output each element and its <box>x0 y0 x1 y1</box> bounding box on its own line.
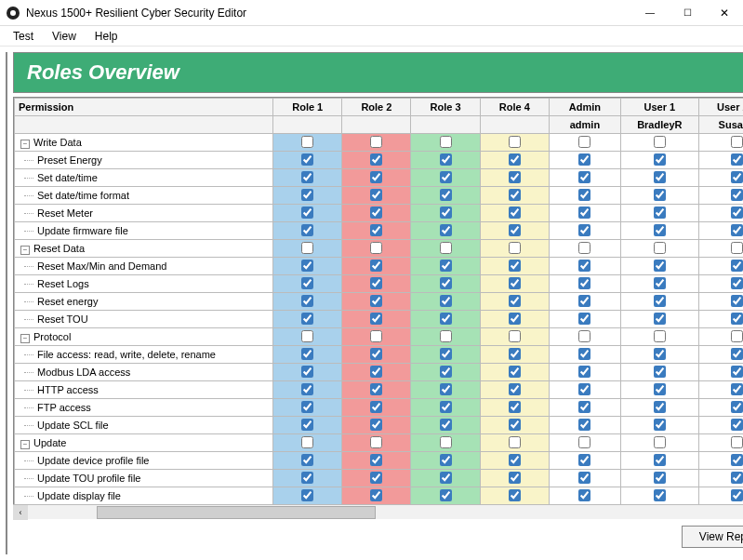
tree-item[interactable]: User 1 - BradleyR <box>7 87 7 103</box>
tree-item[interactable]: User 3 - <box>7 120 7 137</box>
permission-checkbox[interactable] <box>578 436 590 448</box>
permission-checkbox[interactable] <box>301 313 313 325</box>
permission-checkbox[interactable] <box>301 472 313 484</box>
permission-checkbox[interactable] <box>370 171 382 183</box>
tree-group[interactable]: −View Roles <box>7 254 7 271</box>
permission-checkbox[interactable] <box>731 207 743 219</box>
permission-checkbox[interactable] <box>301 153 313 166</box>
permission-checkbox[interactable] <box>578 454 590 466</box>
permission-checkbox[interactable] <box>301 366 313 378</box>
permission-checkbox[interactable] <box>509 260 521 272</box>
column-header[interactable]: Role 2 <box>342 99 411 116</box>
tree-item[interactable]: User 5 - <box>7 153 7 170</box>
tree-item[interactable]: User 4 - <box>7 137 7 153</box>
permission-checkbox[interactable] <box>509 472 521 484</box>
close-button[interactable]: ✕ <box>706 0 743 26</box>
permission-checkbox[interactable] <box>578 260 590 272</box>
permission-checkbox[interactable] <box>509 136 521 148</box>
permission-checkbox[interactable] <box>578 189 590 201</box>
permission-checkbox[interactable] <box>731 330 743 342</box>
permission-checkbox[interactable] <box>731 153 743 166</box>
permission-checkbox[interactable] <box>440 472 452 484</box>
permission-checkbox[interactable] <box>370 277 382 289</box>
permission-checkbox[interactable] <box>578 401 590 413</box>
permission-checkbox[interactable] <box>509 366 521 378</box>
permission-checkbox[interactable] <box>578 136 590 148</box>
permission-checkbox[interactable] <box>578 207 590 219</box>
permission-checkbox[interactable] <box>440 419 452 431</box>
permission-checkbox[interactable] <box>731 136 743 148</box>
permission-checkbox[interactable] <box>370 401 382 413</box>
tree-group[interactable]: −Security Actions <box>7 405 7 421</box>
tree-item[interactable]: Role 5 <box>7 338 7 354</box>
permission-checkbox[interactable] <box>440 207 452 219</box>
permission-checkbox[interactable] <box>654 224 666 236</box>
collapse-icon[interactable]: − <box>20 246 30 255</box>
scroll-thumb[interactable] <box>97 506 376 519</box>
permission-checkbox[interactable] <box>731 472 743 484</box>
column-header[interactable]: User 2▲ <box>698 99 743 116</box>
permission-checkbox[interactable] <box>654 366 666 378</box>
permission-checkbox[interactable] <box>370 224 382 236</box>
permission-checkbox[interactable] <box>731 401 743 413</box>
permission-checkbox[interactable] <box>370 330 382 342</box>
permission-checkbox[interactable] <box>654 136 666 148</box>
permission-checkbox[interactable] <box>301 171 313 183</box>
tree-group[interactable]: −Configure Users <box>7 53 7 70</box>
permission-checkbox[interactable] <box>578 242 590 254</box>
permission-checkbox[interactable] <box>509 419 521 431</box>
column-header[interactable]: User 1 <box>621 99 698 116</box>
permission-checkbox[interactable] <box>578 313 590 325</box>
permission-checkbox[interactable] <box>440 383 452 395</box>
permission-checkbox[interactable] <box>509 489 521 501</box>
tree-item[interactable]: User 9 - <box>7 220 7 237</box>
permission-checkbox[interactable] <box>440 436 452 448</box>
permission-checkbox[interactable] <box>440 454 452 466</box>
tree-item[interactable]: User 2 - SusanP <box>7 103 7 120</box>
tree-item[interactable]: User 7 - <box>7 187 7 204</box>
permission-checkbox[interactable] <box>509 313 521 325</box>
permission-checkbox[interactable] <box>509 242 521 254</box>
permission-checkbox[interactable] <box>654 313 666 325</box>
permission-checkbox[interactable] <box>578 419 590 431</box>
view-report-button[interactable]: View Report <box>682 526 743 548</box>
tree-item[interactable]: Role 4 <box>7 321 7 338</box>
permission-checkbox[interactable] <box>440 153 452 166</box>
permission-checkbox[interactable] <box>509 401 521 413</box>
permission-checkbox[interactable] <box>301 277 313 289</box>
permission-checkbox[interactable] <box>731 313 743 325</box>
permission-checkbox[interactable] <box>301 401 313 413</box>
column-header[interactable]: Permission <box>15 99 273 116</box>
menu-help[interactable]: Help <box>86 28 127 45</box>
tree-item[interactable]: Role 3 <box>7 304 7 321</box>
tree-panel[interactable]: −Configure UsersAdminUser 1 - BradleyRUs… <box>6 52 7 554</box>
permission-checkbox[interactable] <box>301 207 313 219</box>
permission-checkbox[interactable] <box>301 436 313 448</box>
permission-checkbox[interactable] <box>654 330 666 342</box>
permission-checkbox[interactable] <box>301 330 313 342</box>
collapse-icon[interactable]: − <box>20 140 30 149</box>
permission-checkbox[interactable] <box>654 171 666 183</box>
permission-checkbox[interactable] <box>509 454 521 466</box>
permission-checkbox[interactable] <box>440 260 452 272</box>
horizontal-scrollbar[interactable]: ‹ › <box>13 504 743 519</box>
tree-item[interactable]: Enable Security Lock <box>7 438 7 455</box>
permission-checkbox[interactable] <box>654 472 666 484</box>
tree-item[interactable]: Admin <box>7 70 7 87</box>
permission-checkbox[interactable] <box>440 242 452 254</box>
permission-checkbox[interactable] <box>654 242 666 254</box>
permission-checkbox[interactable] <box>654 207 666 219</box>
permission-checkbox[interactable] <box>509 277 521 289</box>
permission-checkbox[interactable] <box>509 330 521 342</box>
permission-checkbox[interactable] <box>440 348 452 360</box>
permission-checkbox[interactable] <box>731 189 743 201</box>
permission-checkbox[interactable] <box>301 260 313 272</box>
permission-checkbox[interactable] <box>731 436 743 448</box>
permission-checkbox[interactable] <box>301 295 313 307</box>
permission-checkbox[interactable] <box>731 419 743 431</box>
permission-checkbox[interactable] <box>509 224 521 236</box>
tree-item[interactable]: Role 1 <box>7 271 7 287</box>
permission-checkbox[interactable] <box>301 136 313 148</box>
permission-checkbox[interactable] <box>301 419 313 431</box>
permission-checkbox[interactable] <box>370 242 382 254</box>
